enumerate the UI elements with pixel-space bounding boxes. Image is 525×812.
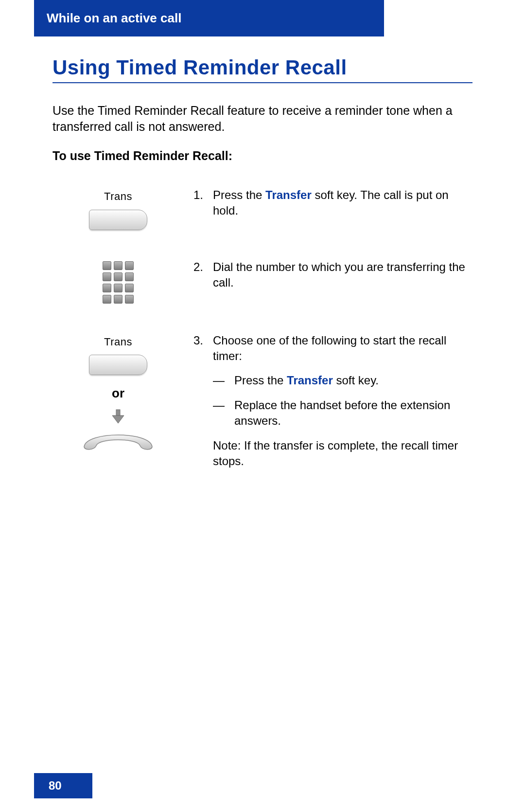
keypad-key [103, 284, 111, 292]
intro-paragraph: Use the Timed Reminder Recall feature to… [52, 103, 472, 134]
transfer-keyword: Transfer [265, 188, 312, 201]
title-divider [52, 82, 472, 83]
step1-text: 1. Press the Transfer soft key. The call… [193, 187, 472, 230]
step2-number: 2. [193, 259, 213, 291]
option2-text: Replace the handset before the extension… [234, 397, 468, 429]
transfer-softkey-icon [89, 355, 147, 375]
keypad-key [114, 261, 122, 270]
step1-number: 1. [193, 187, 213, 219]
keypad-key [103, 272, 111, 281]
svg-marker-1 [112, 415, 124, 423]
step2-text: 2. Dial the number to which you are tran… [193, 259, 472, 304]
step1-icon-cell: Trans [52, 187, 184, 230]
step2-icon-cell [52, 259, 184, 304]
page-number-footer: 80 [34, 773, 92, 798]
hangup-icon [79, 409, 157, 451]
keypad-key [125, 295, 134, 304]
keypad-key [125, 284, 134, 292]
keypad-key [125, 261, 134, 270]
keypad-icon [103, 261, 134, 304]
keypad-key [125, 272, 134, 281]
dash-bullet: — [213, 373, 234, 388]
page-number: 80 [49, 779, 62, 792]
keypad-key [103, 261, 111, 270]
step3-body: Choose one of the following to start the… [213, 333, 468, 469]
section-header: While on an active call [34, 0, 384, 36]
step1-pre: Press the [213, 188, 265, 201]
keypad-key [103, 295, 111, 304]
step3-intro: Choose one of the following to start the… [213, 333, 468, 364]
step3-option2: — Replace the handset before the extensi… [213, 397, 468, 429]
option1-text: Press the Transfer soft key. [234, 373, 379, 388]
step3-number: 3. [193, 333, 213, 469]
softkey-label: Trans [104, 189, 132, 204]
down-arrow-icon [108, 409, 128, 425]
opt1-pre: Press the [234, 374, 287, 387]
step3-options: — Press the Transfer soft key. — Replace… [213, 373, 468, 429]
keypad-key [114, 272, 122, 281]
steps-grid: Trans 1. Press the Transfer soft key. Th… [52, 187, 472, 469]
step1-body: Press the Transfer soft key. The call is… [213, 187, 468, 219]
handset-icon [79, 427, 157, 451]
page-title: Using Timed Reminder Recall [52, 56, 472, 79]
keypad-key [114, 295, 122, 304]
dash-bullet: — [213, 397, 234, 429]
page-content: Using Timed Reminder Recall Use the Time… [0, 36, 525, 469]
section-title: While on an active call [47, 11, 181, 25]
or-label: or [112, 385, 124, 402]
transfer-keyword: Transfer [287, 374, 333, 387]
opt1-post: soft key. [333, 374, 379, 387]
keypad-key [114, 284, 122, 292]
step3-icon-cell: Trans or [52, 333, 184, 469]
step3-note: Note: If the transfer is complete, the r… [213, 438, 468, 469]
softkey-label: Trans [104, 335, 132, 349]
procedure-subheading: To use Timed Reminder Recall: [52, 149, 472, 163]
transfer-softkey-icon [89, 210, 147, 230]
step3-text: 3. Choose one of the following to start … [193, 333, 472, 469]
svg-rect-0 [116, 410, 120, 415]
step2-body: Dial the number to which you are transfe… [213, 259, 468, 291]
step3-option1: — Press the Transfer soft key. [213, 373, 468, 388]
